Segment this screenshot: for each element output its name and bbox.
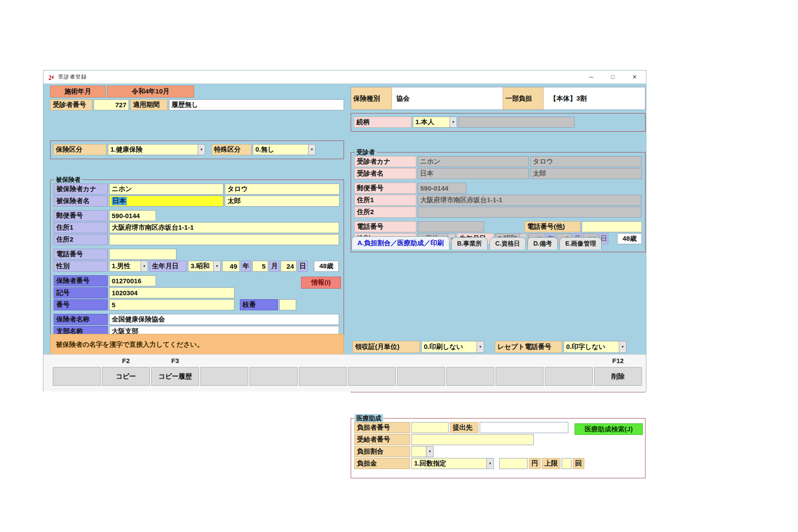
patient-kana-last-field: ニホン bbox=[418, 156, 529, 167]
patient-zip-label: 郵便番号 bbox=[354, 183, 416, 194]
tab-workplace[interactable]: B.事業所 bbox=[451, 237, 488, 250]
function-button-empty[interactable] bbox=[53, 367, 101, 386]
spacer bbox=[207, 144, 210, 155]
insured-addr2-label: 住所2 bbox=[54, 234, 108, 245]
right-column: 保険種別 協会 一部負担 【本体】3割 続柄 1.本人 ▼ 受診者 bbox=[351, 84, 645, 286]
function-button-empty[interactable] bbox=[496, 367, 544, 386]
insured-phone-field[interactable] bbox=[109, 249, 176, 260]
function-button-empty[interactable] bbox=[446, 367, 494, 386]
function-button-empty[interactable] bbox=[348, 367, 396, 386]
insurance-type-value: 協会 bbox=[392, 87, 503, 110]
relation-select[interactable]: 1.本人 ▼ bbox=[413, 117, 457, 128]
symbol-field[interactable]: 1020304 bbox=[109, 287, 235, 298]
selected-text: 日本 bbox=[112, 197, 127, 205]
app-icon bbox=[48, 74, 55, 81]
payer-no-field[interactable] bbox=[411, 422, 449, 433]
tab-burden-subsidy-print[interactable]: A.負担割合／医療助成／印刷 bbox=[352, 236, 450, 250]
number-field[interactable]: 5 bbox=[109, 299, 235, 310]
delete-button[interactable]: 削除 bbox=[594, 367, 642, 386]
receipt-select[interactable]: 0.印刷しない ▼ bbox=[421, 341, 484, 353]
subsidy-amount-select[interactable]: 1.回数指定 ▼ bbox=[411, 458, 494, 469]
dropdown-arrow-icon[interactable]: ▼ bbox=[213, 261, 220, 271]
insured-zip-row: 郵便番号 590-0144 bbox=[54, 210, 340, 221]
window-title: 受診者登録 bbox=[58, 73, 87, 81]
spacer bbox=[485, 341, 493, 353]
copy-button[interactable]: コピー bbox=[102, 367, 150, 386]
patient-addr2-field bbox=[418, 207, 642, 218]
tab-image-management[interactable]: E.画像管理 bbox=[559, 237, 602, 250]
insured-addr2-field[interactable] bbox=[109, 234, 339, 245]
payer-no-label: 負担者番号 bbox=[354, 422, 410, 433]
dropdown-arrow-icon[interactable]: ▼ bbox=[450, 117, 457, 127]
recept-phone-select[interactable]: 0.印字しない ▼ bbox=[563, 341, 626, 353]
medical-subsidy-group-title: 医療助成 bbox=[355, 414, 383, 422]
insured-kana-label: 被保険者カナ bbox=[54, 184, 108, 195]
minimize-icon[interactable]: ─ bbox=[589, 74, 593, 80]
insured-birth-era-select[interactable]: 3.昭和 ▼ bbox=[188, 261, 221, 272]
limit-field[interactable] bbox=[562, 458, 571, 469]
insurer-no-field[interactable]: 01270016 bbox=[109, 275, 156, 286]
patient-name-first-field: 太郎 bbox=[530, 168, 642, 179]
day-suffix-label: 日 bbox=[298, 261, 308, 272]
subsidy-ratio-select[interactable]: ▼ bbox=[411, 446, 434, 457]
insured-kana-last-field[interactable]: ニホン bbox=[109, 184, 223, 195]
insured-kana-first-field[interactable]: タロウ bbox=[225, 184, 340, 195]
function-button-empty[interactable] bbox=[545, 367, 593, 386]
function-button-empty[interactable] bbox=[200, 367, 248, 386]
function-button-empty[interactable] bbox=[250, 367, 297, 386]
insured-addr1-field[interactable]: 大阪府堺市南区赤坂台1-1-1 bbox=[109, 222, 339, 233]
maximize-icon[interactable]: □ bbox=[611, 74, 614, 80]
insurance-division-group: 保険区分 1.健康保険 ▼ 特殊区分 0.無し ▼ bbox=[50, 141, 344, 159]
dropdown-arrow-icon[interactable]: ▼ bbox=[486, 458, 493, 469]
insured-gender-select[interactable]: 1.男性 ▼ bbox=[109, 261, 148, 272]
subsidy-ratio-row: 負担割合 ▼ bbox=[354, 446, 642, 457]
branch-no-field[interactable] bbox=[279, 299, 296, 310]
tab-remarks[interactable]: D.備考 bbox=[528, 237, 558, 250]
insured-birth-day-field[interactable]: 24 bbox=[281, 261, 297, 272]
dropdown-arrow-icon[interactable]: ▼ bbox=[308, 145, 315, 155]
insurance-div-select[interactable]: 1.健康保険 ▼ bbox=[108, 144, 205, 155]
insurer-name-row: 保険者名称 全国健康保険協会 bbox=[54, 314, 340, 325]
times-label: 回 bbox=[573, 458, 584, 469]
close-icon[interactable]: ✕ bbox=[632, 74, 637, 80]
patient-phone-other-field[interactable] bbox=[582, 221, 642, 232]
insured-birth-year-field[interactable]: 49 bbox=[222, 261, 240, 272]
insured-group-title: 被保険者 bbox=[54, 176, 82, 184]
dropdown-arrow-icon[interactable]: ▼ bbox=[477, 341, 484, 352]
dropdown-arrow-icon[interactable]: ▼ bbox=[198, 145, 205, 155]
window-controls: ─ □ ✕ bbox=[589, 74, 642, 80]
info-button[interactable]: 情報(I) bbox=[301, 277, 341, 289]
subsidy-amount-field[interactable] bbox=[499, 458, 528, 469]
patient-phone-field bbox=[418, 221, 484, 232]
function-button-empty[interactable] bbox=[397, 367, 445, 386]
number-row: 番号 5 枝番 bbox=[54, 299, 340, 310]
title-bar: 受診者登録 ─ □ ✕ bbox=[43, 70, 646, 84]
submit-to-field[interactable] bbox=[480, 422, 568, 433]
copy-history-button[interactable]: コピー履歴 bbox=[151, 367, 199, 386]
insured-name-first-field[interactable]: 太郎 bbox=[225, 196, 340, 207]
receipt-label: 領収証(月単位) bbox=[352, 341, 420, 353]
insurance-type-label: 保険種別 bbox=[351, 87, 392, 110]
treatment-ym-value: 令和4年10月 bbox=[107, 86, 194, 98]
insured-gender-label: 性別 bbox=[54, 261, 108, 272]
function-buttons: コピー コピー履歴 削除 bbox=[53, 367, 642, 386]
dropdown-arrow-icon[interactable]: ▼ bbox=[426, 446, 433, 457]
patient-group-title: 受診者 bbox=[355, 148, 377, 156]
insurer-name-label: 保険者名称 bbox=[54, 314, 108, 325]
insured-birth-month-field[interactable]: 5 bbox=[252, 261, 268, 272]
month-suffix-label: 月 bbox=[270, 261, 279, 272]
insured-name-last-field[interactable]: 日本 bbox=[109, 196, 223, 207]
treatment-ym-label: 施術年月 bbox=[50, 86, 106, 98]
dropdown-arrow-icon[interactable]: ▼ bbox=[141, 261, 148, 271]
f2-key-label: F2 bbox=[102, 357, 150, 364]
subsidy-search-button[interactable]: 医療助成検索(J) bbox=[575, 423, 643, 435]
patient-no-field[interactable]: 727 bbox=[94, 99, 129, 110]
dropdown-arrow-icon[interactable]: ▼ bbox=[619, 341, 626, 352]
recipient-no-label: 受給者番号 bbox=[354, 434, 410, 445]
special-div-select[interactable]: 0.無し ▼ bbox=[253, 144, 316, 155]
tab-qualification-date[interactable]: C.資格日 bbox=[489, 237, 526, 250]
function-button-empty[interactable] bbox=[299, 367, 347, 386]
recipient-no-field[interactable] bbox=[411, 434, 534, 445]
insured-zip-field[interactable]: 590-0144 bbox=[109, 210, 156, 221]
patient-addr1-label: 住所1 bbox=[354, 195, 416, 206]
